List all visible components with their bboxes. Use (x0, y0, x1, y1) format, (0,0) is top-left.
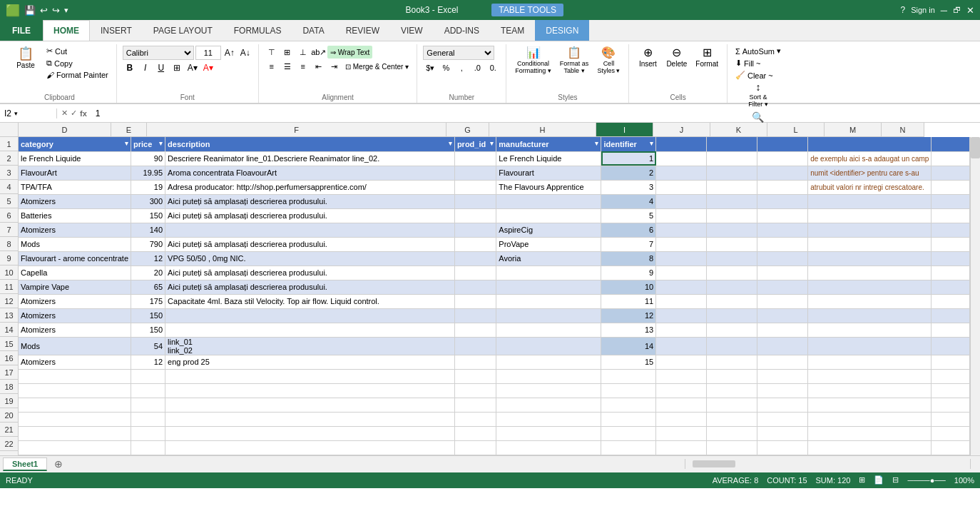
cell-N2[interactable] (931, 151, 970, 166)
border-button[interactable]: ⊞ (170, 61, 184, 74)
cell-F13[interactable] (165, 308, 455, 323)
autosum-button[interactable]: Σ AutoSum▾ (733, 46, 783, 56)
row-header-1[interactable]: 1 (0, 137, 18, 151)
filter-dropdown-E[interactable]: ▾ (159, 140, 163, 147)
cell-L14[interactable] (757, 323, 808, 337)
cell-D4[interactable]: TPA/TFA (19, 180, 131, 194)
cell-H4[interactable]: The Flavours Apprentice (496, 180, 601, 194)
cell-G5[interactable] (454, 194, 496, 208)
cell-M2[interactable]: de exemplu aici s-a adaugat un camp (808, 151, 931, 166)
cell-K16[interactable] (707, 355, 757, 369)
cell-H12[interactable] (496, 294, 601, 308)
cell-H7[interactable]: AspireCig (496, 223, 601, 237)
cell-K5[interactable] (707, 194, 757, 208)
cell-H9[interactable]: Avoria (496, 251, 601, 266)
row-header-20[interactable]: 20 (0, 408, 18, 423)
cell-N9[interactable] (931, 251, 970, 266)
cell-E10[interactable]: 20 (131, 266, 165, 280)
cell-J10[interactable] (656, 266, 707, 280)
cell-I15[interactable]: 14 (601, 337, 656, 355)
format-painter-button[interactable]: 🖌 Format Painter (44, 70, 111, 80)
cell-M3[interactable]: numit <identifier> pentru care s-au (808, 166, 931, 180)
cell-D14[interactable]: Atomizers (19, 323, 131, 337)
add-sheet-button[interactable]: ⊕ (50, 457, 67, 471)
cell-L10[interactable] (757, 266, 808, 280)
cell-G12[interactable] (454, 294, 496, 308)
cell-M5[interactable] (808, 194, 931, 208)
italic-button[interactable]: I (138, 61, 153, 74)
row-header-12[interactable]: 12 (0, 294, 18, 308)
cell-E8[interactable]: 790 (131, 237, 165, 251)
cell-N10[interactable] (931, 266, 970, 280)
col-header-M[interactable]: M (825, 123, 882, 137)
cell-L12[interactable] (757, 294, 808, 308)
row-header-21[interactable]: 21 (0, 423, 18, 437)
cell-N7[interactable] (931, 223, 970, 237)
header-empty-K[interactable] (707, 137, 757, 151)
cell-J2[interactable] (656, 151, 707, 166)
row-header-16[interactable]: 16 (0, 351, 18, 365)
cell-F16[interactable]: eng prod 25 (165, 355, 455, 369)
cut-button[interactable]: ✂ Cut (44, 46, 111, 56)
sign-in-label[interactable]: Sign in (911, 6, 935, 14)
cell-K8[interactable] (707, 237, 757, 251)
decrease-decimal-button[interactable]: 0. (486, 61, 500, 74)
col-header-L[interactable]: L (767, 123, 825, 137)
close-icon[interactable]: ✕ (966, 5, 974, 16)
cell-L11[interactable] (757, 280, 808, 294)
cell-H13[interactable] (496, 308, 601, 323)
format-cells-button[interactable]: ⊞ Format (693, 46, 721, 69)
row-header-2[interactable]: 2 (0, 151, 18, 166)
insert-cells-button[interactable]: ⊕ Insert (635, 46, 660, 69)
col-header-H[interactable]: H (489, 123, 596, 137)
cell-L8[interactable] (757, 237, 808, 251)
align-middle-button[interactable]: ⊞ (280, 46, 295, 59)
cell-K2[interactable] (707, 151, 757, 166)
tab-formulas[interactable]: FORMULAS (223, 20, 292, 41)
cell-J14[interactable] (656, 323, 707, 337)
cell-M8[interactable] (808, 237, 931, 251)
cell-H11[interactable] (496, 280, 601, 294)
tab-insert[interactable]: INSERT (90, 20, 143, 41)
font-color-button[interactable]: A▾ (201, 61, 215, 74)
comma-button[interactable]: , (454, 61, 469, 74)
cell-D7[interactable]: Atomizers (19, 223, 131, 237)
cell-D2[interactable]: le French Liquide (19, 151, 131, 166)
cell-I3[interactable]: 2 (601, 166, 656, 180)
cell-G3[interactable] (454, 166, 496, 180)
cell-N5[interactable] (931, 194, 970, 208)
align-center-button[interactable]: ☰ (280, 60, 295, 73)
font-decrease-button[interactable]: A↓ (238, 46, 252, 59)
text-angle-button[interactable]: ab↗ (312, 46, 326, 59)
vertical-scrollbar-thumb[interactable] (971, 137, 980, 158)
cell-K13[interactable] (707, 308, 757, 323)
row-header-10[interactable]: 10 (0, 266, 18, 280)
cell-L16[interactable] (757, 355, 808, 369)
cell-E5[interactable]: 300 (131, 194, 165, 208)
cell-N16[interactable] (931, 355, 970, 369)
cell-E6[interactable]: 150 (131, 208, 165, 223)
cell-L3[interactable] (757, 166, 808, 180)
cell-F11[interactable]: Aici puteți să amplasați descrierea prod… (165, 280, 455, 294)
align-top-button[interactable]: ⊤ (265, 46, 279, 59)
cell-E9[interactable]: 12 (131, 251, 165, 266)
minimize-icon[interactable]: ─ (941, 5, 947, 16)
cell-J4[interactable] (656, 180, 707, 194)
cell-N14[interactable] (931, 323, 970, 337)
cell-G11[interactable] (454, 280, 496, 294)
cell-J15[interactable] (656, 337, 707, 355)
cell-G13[interactable] (454, 308, 496, 323)
cell-I10[interactable]: 9 (601, 266, 656, 280)
cell-L2[interactable] (757, 151, 808, 166)
cell-I8[interactable]: 7 (601, 237, 656, 251)
paste-button[interactable]: 📋 Paste (9, 46, 43, 71)
cell-F2[interactable]: Descriere Reanimator line_01.Descriere R… (165, 151, 455, 166)
col-header-E[interactable]: E (111, 123, 147, 137)
cell-K10[interactable] (707, 266, 757, 280)
col-header-F[interactable]: F (147, 123, 446, 137)
cell-N4[interactable] (931, 180, 970, 194)
cell-G2[interactable] (454, 151, 496, 166)
grid-scroll[interactable]: category ▾ price ▾ description ▾ prod_id… (19, 137, 970, 455)
cell-I7[interactable]: 6 (601, 223, 656, 237)
row-header-18[interactable]: 18 (0, 380, 18, 394)
